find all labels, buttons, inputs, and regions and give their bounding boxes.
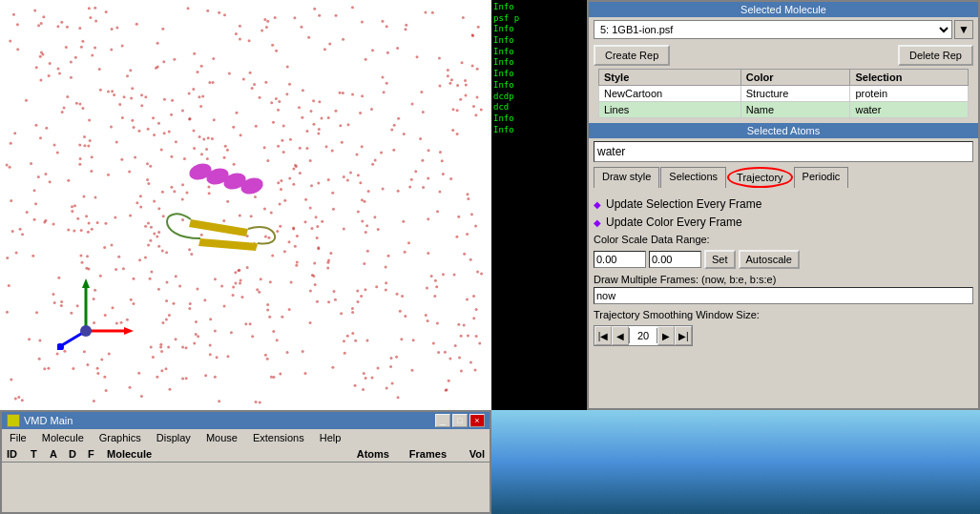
selected-molecule-label: Selected Molecule xyxy=(589,2,978,17)
log-line: Info xyxy=(493,57,585,69)
autoscale-button[interactable]: Autoscale xyxy=(739,250,800,269)
delete-rep-button[interactable]: Delete Rep xyxy=(898,45,973,66)
graphical-representations-panel: Selected Molecule 5: 1GB1-ion.psf ▼ Crea… xyxy=(587,0,980,410)
tab-content-trajectory: ◆ Update Selection Every Frame ◆ Update … xyxy=(589,188,978,408)
menu-display[interactable]: Display xyxy=(154,431,194,444)
menu-molecule[interactable]: Molecule xyxy=(39,431,87,444)
menu-graphics[interactable]: Graphics xyxy=(96,431,144,444)
axes-indicator xyxy=(57,274,134,353)
set-button[interactable]: Set xyxy=(704,250,736,269)
style-cell: Lines xyxy=(599,102,741,118)
selected-atoms-label: Selected Atoms xyxy=(589,123,978,138)
smoothing-value: 20 xyxy=(629,328,657,343)
log-line: dcdp xyxy=(493,92,585,103)
update-selection-row: ◆ Update Selection Every Frame xyxy=(594,197,973,211)
update-color-label: Update Color Every Frame xyxy=(606,216,742,229)
stepper-prev-button[interactable]: ◀ xyxy=(612,326,629,345)
log-panel: Info psf p Info Info Info Info Info Info… xyxy=(491,0,587,410)
log-line: Info xyxy=(493,35,585,47)
col-d-header: D xyxy=(69,448,88,460)
tab-periodic[interactable]: Periodic xyxy=(794,167,849,188)
log-line: dcd xyxy=(493,102,585,113)
rep-table: Style Color Selection NewCartoon Structu… xyxy=(598,69,969,118)
window-icon xyxy=(7,414,20,427)
selection-cell: water xyxy=(850,102,969,118)
close-button[interactable]: × xyxy=(469,414,485,427)
log-line: Info xyxy=(493,80,585,92)
col-selection-header: Selection xyxy=(850,70,969,86)
table-row[interactable]: NewCartoon Structure protein xyxy=(599,86,969,102)
diamond-icon-1: ◆ xyxy=(594,199,601,210)
dropdown-arrow[interactable]: ▼ xyxy=(954,20,973,39)
atom-selection-input[interactable] xyxy=(594,141,973,162)
log-line: psf p xyxy=(493,13,585,25)
color-scale-max-input[interactable] xyxy=(649,251,701,268)
tab-selections[interactable]: Selections xyxy=(660,167,726,188)
log-line: Info xyxy=(493,113,585,125)
col-id-header: ID xyxy=(7,448,31,460)
color-cell: Name xyxy=(740,102,850,118)
color-scale-min-input[interactable] xyxy=(594,251,646,268)
smoothing-stepper: |◀ ◀ 20 ▶ ▶| xyxy=(594,325,693,346)
log-line: Info xyxy=(493,125,585,136)
log-line: Info xyxy=(493,24,585,35)
draw-frames-label: Draw Multiple Frames: (now, b:e, b:s:e) xyxy=(594,274,973,285)
vmd-main-window: VMD Main _ □ × File Molecule Graphics Di… xyxy=(0,410,491,514)
log-line: Info xyxy=(493,47,585,58)
vmd-title-text: VMD Main xyxy=(24,415,73,426)
molecule-dropdown-row: 5: 1GB1-ion.psf ▼ xyxy=(589,17,978,42)
draw-frames-row: Draw Multiple Frames: (now, b:e, b:s:e) xyxy=(594,274,973,304)
menu-file[interactable]: File xyxy=(7,431,30,444)
tab-draw-style[interactable]: Draw style xyxy=(594,167,659,188)
col-color-header: Color xyxy=(740,70,850,86)
svg-point-6 xyxy=(80,325,92,337)
col-style-header: Style xyxy=(599,70,741,86)
maximize-button[interactable]: □ xyxy=(452,414,468,427)
vmd-titlebar: VMD Main _ □ × xyxy=(2,412,490,429)
menu-extensions[interactable]: Extensions xyxy=(250,431,307,444)
update-color-row: ◆ Update Color Every Frame xyxy=(594,216,973,229)
menu-mouse[interactable]: Mouse xyxy=(203,431,240,444)
col-f-header: F xyxy=(88,448,107,460)
update-selection-label: Update Selection Every Frame xyxy=(606,197,761,211)
svg-marker-1 xyxy=(82,278,90,288)
menubar: File Molecule Graphics Display Mouse Ext… xyxy=(2,429,490,446)
smoothing-row: |◀ ◀ 20 ▶ ▶| xyxy=(594,325,973,346)
table-row[interactable]: Lines Name water xyxy=(599,102,969,118)
col-vol-header: Vol xyxy=(447,448,485,460)
stepper-next-button[interactable]: ▶ xyxy=(657,326,675,345)
tabs-row: Draw style Selections Trajectory Periodi… xyxy=(589,165,978,188)
minimize-button[interactable]: _ xyxy=(435,414,450,427)
rep-table-container: Style Color Selection NewCartoon Structu… xyxy=(589,69,978,118)
viewport xyxy=(0,0,491,410)
draw-frames-input[interactable] xyxy=(594,287,973,304)
col-molecule-header: Molecule xyxy=(107,448,332,460)
col-atoms-header: Atoms xyxy=(332,448,389,460)
log-line: Info xyxy=(493,2,585,13)
stepper-first-button[interactable]: |◀ xyxy=(594,326,612,345)
smoothing-label: Trajectory Smoothing Window Size: xyxy=(594,309,973,320)
selection-cell: protein xyxy=(850,86,969,102)
window-controls: _ □ × xyxy=(435,414,485,427)
col-a-header: A xyxy=(50,448,69,460)
color-scale-label: Color Scale Data Range: xyxy=(594,234,973,245)
style-cell: NewCartoon xyxy=(599,86,741,102)
menu-help[interactable]: Help xyxy=(317,431,344,444)
color-scale-range-row: Set Autoscale xyxy=(594,250,973,269)
create-rep-button[interactable]: Create Rep xyxy=(594,45,670,66)
col-t-header: T xyxy=(31,448,50,460)
background-ocean xyxy=(491,410,980,514)
stepper-last-button[interactable]: ▶| xyxy=(675,326,692,345)
molecule-select[interactable]: 5: 1GB1-ion.psf xyxy=(594,20,952,39)
color-cell: Structure xyxy=(740,86,850,102)
molecule-table-header: ID T A D F Molecule Atoms Frames Vol xyxy=(2,446,490,463)
log-line: Info xyxy=(493,69,585,80)
svg-marker-3 xyxy=(124,327,134,335)
tab-trajectory[interactable]: Trajectory xyxy=(727,167,793,188)
diamond-icon-2: ◆ xyxy=(594,217,601,228)
rep-buttons-row: Create Rep Delete Rep xyxy=(589,42,978,69)
col-frames-header: Frames xyxy=(389,448,447,460)
vmd-title-left: VMD Main xyxy=(7,414,73,427)
